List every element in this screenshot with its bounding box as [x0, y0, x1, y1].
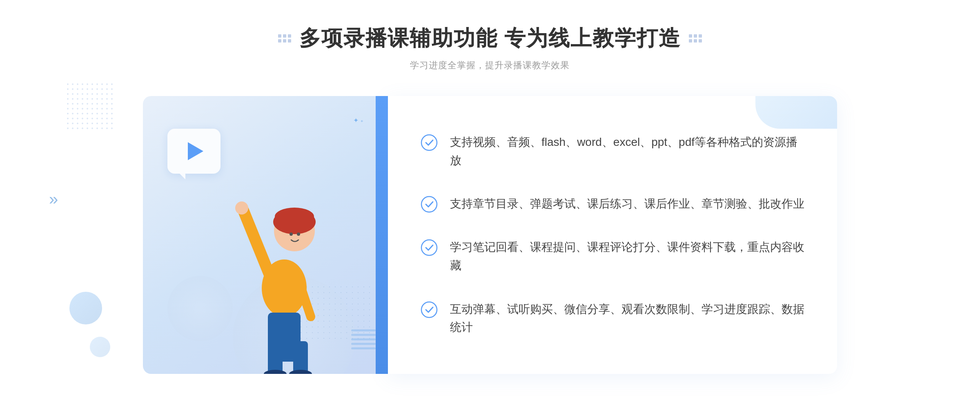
svg-point-14: [421, 135, 437, 150]
features-panel: 支持视频、音频、flash、word、excel、ppt、pdf等各种格式的资源…: [388, 96, 837, 374]
circle-decoration-1: [69, 292, 102, 324]
stars-decoration: ✦ ✦: [353, 116, 363, 124]
svg-point-11: [235, 201, 248, 215]
svg-line-4: [243, 210, 270, 276]
character-illustration: [231, 161, 345, 374]
stripe-4: [351, 343, 376, 345]
svg-rect-8: [293, 341, 308, 374]
chevron-left-decoration: »: [49, 190, 58, 208]
page-container: » 多项录播课辅助功能 专为线上教学打造 学习进度全掌握，提升录播课教学效果: [0, 0, 980, 398]
main-content: ✦ ✦: [143, 96, 837, 374]
play-bubble: [167, 129, 220, 174]
svg-line-5: [298, 280, 311, 317]
star-1: ✦: [353, 117, 359, 124]
page-subtitle: 学习进度全掌握，提升录播课教学效果: [278, 59, 702, 72]
feature-item-3: 学习笔记回看、课程提问、课程评论打分、课件资料下载，重点内容收藏: [421, 230, 804, 283]
svg-point-15: [421, 197, 437, 212]
header-section: 多项录播课辅助功能 专为线上教学打造 学习进度全掌握，提升录播课教学效果: [278, 24, 702, 72]
top-deco: [755, 96, 837, 129]
dots-decoration-left: [65, 82, 114, 131]
check-icon-3: [421, 239, 438, 256]
svg-point-10: [289, 370, 312, 374]
check-icon-4: [421, 301, 438, 318]
feature-text-3: 学习笔记回看、课程提问、课程评论打分、课件资料下载，重点内容收藏: [450, 238, 804, 275]
star-2: ✦: [360, 119, 363, 123]
stripe-1: [351, 329, 376, 331]
svg-point-16: [421, 240, 437, 255]
svg-rect-7: [268, 341, 283, 374]
feature-item-4: 互动弹幕、试听购买、微信分享、观看次数限制、学习进度跟踪、数据统计: [421, 292, 804, 345]
bg-circle-medium: [167, 276, 233, 341]
check-icon-1: [421, 134, 438, 151]
svg-point-9: [264, 370, 287, 374]
illustration-panel: ✦ ✦: [143, 96, 388, 374]
stripe-2: [351, 334, 376, 336]
blue-stripe: [376, 96, 388, 374]
header-title-row: 多项录播课辅助功能 专为线上教学打造: [278, 24, 702, 53]
stripe-5: [351, 347, 376, 349]
feature-text-1: 支持视频、音频、flash、word、excel、ppt、pdf等各种格式的资源…: [450, 133, 804, 170]
feature-item-2: 支持章节目录、弹题考试、课后练习、课后作业、章节测验、批改作业: [421, 187, 804, 221]
check-icon-2: [421, 196, 438, 213]
content-wrapper: ✦ ✦: [143, 96, 837, 374]
stripes-decoration: [351, 329, 376, 349]
title-dots-right: [689, 34, 702, 42]
feature-text-4: 互动弹幕、试听购买、微信分享、观看次数限制、学习进度跟踪、数据统计: [450, 300, 804, 337]
svg-point-12: [290, 233, 293, 236]
svg-point-13: [297, 233, 300, 236]
page-title: 多项录播课辅助功能 专为线上教学打造: [299, 24, 681, 53]
circle-decoration-2: [90, 337, 110, 357]
svg-point-3: [275, 208, 314, 226]
stripe-3: [351, 338, 376, 340]
title-dots-left: [278, 34, 291, 42]
play-icon: [188, 142, 203, 160]
feature-item-1: 支持视频、音频、flash、word、excel、ppt、pdf等各种格式的资源…: [421, 125, 804, 178]
svg-point-17: [421, 302, 437, 318]
feature-text-2: 支持章节目录、弹题考试、课后练习、课后作业、章节测验、批改作业: [450, 195, 804, 213]
